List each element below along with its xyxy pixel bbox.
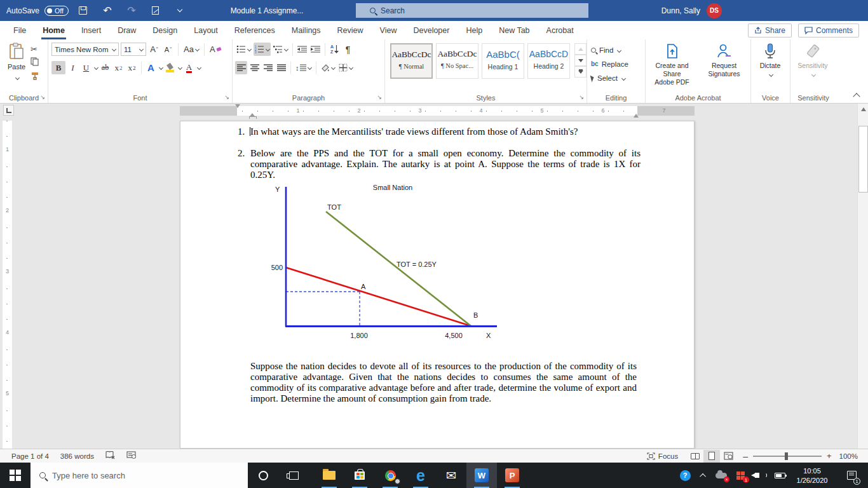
shrink-font-button[interactable]: Aˇ xyxy=(162,43,174,56)
start-button[interactable] xyxy=(0,463,31,488)
focus-button[interactable]: Focus xyxy=(647,452,678,460)
cut-button[interactable]: ✂ xyxy=(31,43,37,55)
redo-button[interactable]: ↷ xyxy=(122,0,141,21)
underline-button[interactable]: U xyxy=(80,61,92,74)
right-indent-marker[interactable] xyxy=(634,114,639,118)
action-center-button[interactable]: 1 xyxy=(839,463,864,488)
chevron-down-icon[interactable] xyxy=(178,65,182,70)
tab-review[interactable]: Review xyxy=(329,21,372,39)
font-color-button[interactable]: A xyxy=(183,61,195,74)
first-line-indent-marker[interactable] xyxy=(235,104,240,108)
cortana-button[interactable] xyxy=(248,463,278,488)
decrease-indent-button[interactable] xyxy=(296,43,308,56)
onedrive-tray-button[interactable]: × xyxy=(712,463,731,488)
avatar[interactable]: DS xyxy=(707,3,722,18)
collapse-ribbon-button[interactable] xyxy=(853,93,860,100)
highlight-button[interactable] xyxy=(164,61,176,74)
microsoft-store-button[interactable] xyxy=(344,463,375,488)
tab-new-tab[interactable]: New Tab xyxy=(491,21,538,39)
align-right-button[interactable] xyxy=(262,61,274,74)
proofing-button[interactable] xyxy=(105,451,115,461)
powerpoint-button[interactable]: P xyxy=(497,463,527,488)
word-count[interactable]: 386 words xyxy=(60,452,94,460)
tab-design[interactable]: Design xyxy=(144,21,186,39)
change-case-button[interactable]: Aa xyxy=(182,43,200,56)
text-effects-button[interactable]: A xyxy=(145,61,157,74)
styles-scroll-down-button[interactable] xyxy=(574,55,587,66)
vertical-scrollbar[interactable] xyxy=(857,104,868,449)
tab-draw[interactable]: Draw xyxy=(109,21,144,39)
print-layout-button[interactable] xyxy=(703,450,720,463)
zoom-in-button[interactable]: + xyxy=(827,451,832,461)
sort-button[interactable]: A Z xyxy=(329,43,341,56)
scroll-up-button[interactable] xyxy=(858,104,868,114)
customize-quick-access-button[interactable] xyxy=(170,0,189,21)
strikethrough-button[interactable]: ab xyxy=(99,61,111,74)
shading-button[interactable] xyxy=(320,61,336,74)
borders-button[interactable] xyxy=(337,61,354,74)
find-button[interactable]: Find xyxy=(587,43,645,57)
dictate-button[interactable]: Dictate xyxy=(751,39,789,78)
styles-scroll-up-button[interactable] xyxy=(574,43,587,55)
style-heading1[interactable]: AaBbC( Heading 1 xyxy=(482,43,524,79)
show-paragraph-marks-button[interactable]: ¶ xyxy=(342,43,354,56)
font-size-combobox[interactable]: 11 xyxy=(121,43,146,56)
task-view-button[interactable] xyxy=(278,463,309,488)
vertical-ruler[interactable]: 1 2 3 4 5 xyxy=(3,121,12,449)
bullets-button[interactable] xyxy=(235,43,252,56)
taskbar-search-box[interactable]: Type here to search xyxy=(31,463,248,488)
style-no-spacing[interactable]: AaBbCcDc ¶ No Spac... xyxy=(436,43,478,79)
line-spacing-button[interactable]: ↕ xyxy=(294,61,313,74)
tab-file[interactable]: File xyxy=(5,21,34,39)
superscript-button[interactable]: x2 xyxy=(126,61,138,74)
copy-button[interactable] xyxy=(31,57,39,69)
tab-layout[interactable]: Layout xyxy=(186,21,226,39)
chevron-down-icon[interactable] xyxy=(197,65,201,70)
zoom-out-button[interactable]: – xyxy=(743,451,748,461)
paste-button[interactable]: Paste xyxy=(4,43,29,82)
chevron-down-icon[interactable] xyxy=(94,65,98,70)
tab-developer[interactable]: Developer xyxy=(405,21,458,39)
format-painter-button[interactable] xyxy=(31,71,39,83)
replace-button[interactable]: bc Replace xyxy=(587,57,645,71)
web-layout-button[interactable] xyxy=(720,450,736,463)
accessibility-button[interactable] xyxy=(126,451,136,461)
search-box[interactable]: Search xyxy=(356,3,588,18)
justify-button[interactable] xyxy=(275,61,287,74)
autosave-toggle[interactable]: Off xyxy=(44,6,69,16)
chrome-button[interactable] xyxy=(375,463,405,488)
read-mode-button[interactable] xyxy=(687,450,703,463)
quick-access-document-icon[interactable] xyxy=(146,0,165,21)
app-notification-tray-button[interactable]: 1 xyxy=(731,463,750,488)
bold-button[interactable]: B xyxy=(51,61,65,74)
style-heading2[interactable]: AaBbCcD Heading 2 xyxy=(527,43,570,79)
align-center-button[interactable] xyxy=(248,61,261,74)
multilevel-list-button[interactable] xyxy=(272,43,289,56)
tab-references[interactable]: References xyxy=(226,21,283,39)
style-normal[interactable]: AaBbCcDc ¶ Normal xyxy=(390,43,433,79)
file-explorer-button[interactable] xyxy=(314,463,344,488)
tab-mailings[interactable]: Mailings xyxy=(283,21,329,39)
edge-button[interactable]: e xyxy=(405,463,436,488)
document-page[interactable]: 1. In what ways are the Mercantilists' t… xyxy=(180,121,695,449)
tab-view[interactable]: View xyxy=(372,21,405,39)
tab-help[interactable]: Help xyxy=(458,21,491,39)
grow-font-button[interactable]: Aˆ xyxy=(148,43,160,56)
create-share-pdf-button[interactable]: Create and ShareAdobe PDF xyxy=(647,39,698,87)
sensitivity-button[interactable]: Sensitivity xyxy=(790,39,835,78)
scrollbar-thumb[interactable] xyxy=(858,126,868,193)
help-tray-button[interactable]: ? xyxy=(675,463,695,488)
select-button[interactable]: Select xyxy=(587,71,645,85)
zoom-slider[interactable] xyxy=(753,456,822,457)
font-name-combobox[interactable]: Times New Rom xyxy=(51,43,119,56)
comments-button[interactable]: Comments xyxy=(798,24,859,37)
request-signatures-button[interactable]: RequestSignatures xyxy=(699,39,750,78)
share-button[interactable]: Share xyxy=(748,24,792,37)
clear-formatting-button[interactable]: A xyxy=(208,43,222,56)
save-button[interactable] xyxy=(74,0,93,21)
volume-tray-button[interactable] xyxy=(751,463,770,488)
word-taskbar-button[interactable]: W xyxy=(466,463,497,488)
battery-tray-button[interactable] xyxy=(770,463,789,488)
clock[interactable]: 10:05 1/26/2020 xyxy=(789,463,835,488)
show-hidden-icons-button[interactable] xyxy=(695,463,712,488)
